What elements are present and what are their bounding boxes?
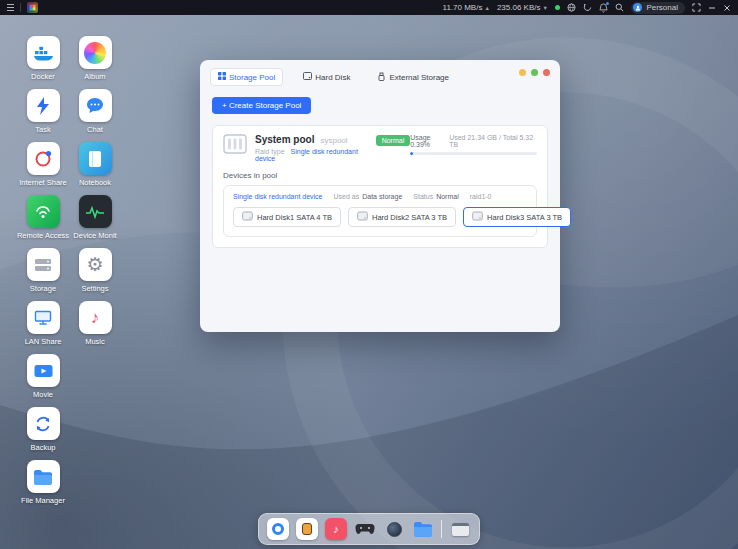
system-logo-icon[interactable] bbox=[27, 2, 38, 13]
app-label: Storage bbox=[30, 284, 56, 293]
tab-external-storage[interactable]: External Storage bbox=[370, 69, 456, 86]
window-minimize-button[interactable] bbox=[519, 69, 526, 76]
window-close-button[interactable] bbox=[543, 69, 550, 76]
disk-icon bbox=[242, 211, 253, 223]
app-device-monitor[interactable]: Device Monit bbox=[69, 195, 121, 248]
storage-window: Storage Pool Hard Disk External Storage bbox=[200, 60, 560, 332]
arrow-up-icon: ▲ bbox=[484, 5, 489, 11]
usage-bar bbox=[410, 152, 537, 155]
raid-type-label: Raid type bbox=[255, 148, 285, 155]
window-body: + Create Storage Pool System pool syspoo… bbox=[200, 91, 560, 258]
tab-storage-pool[interactable]: Storage Pool bbox=[210, 68, 283, 86]
app-label: Settings bbox=[81, 284, 108, 293]
app-music[interactable]: ♪ Music bbox=[69, 301, 121, 354]
minimize-icon[interactable] bbox=[708, 4, 716, 12]
sync-icon[interactable] bbox=[583, 3, 592, 12]
tab-label: Hard Disk bbox=[315, 73, 350, 82]
storage-icon bbox=[27, 248, 60, 281]
download-speed-value: 235.06 KB/s bbox=[497, 3, 541, 12]
dock-utility[interactable] bbox=[296, 518, 318, 540]
external-storage-tab-icon bbox=[377, 72, 386, 83]
app-task[interactable]: Task bbox=[17, 89, 69, 142]
app-movie[interactable]: Movie bbox=[17, 354, 69, 407]
usage-percent: Usage 0.39% bbox=[410, 134, 449, 148]
app-docker[interactable]: Docker bbox=[17, 36, 69, 89]
topbar-right: 11.70 MB/s▲ 235.06 KB/s▼ Personal bbox=[443, 2, 731, 14]
status-badge: Normal bbox=[376, 135, 411, 146]
window-maximize-button[interactable] bbox=[531, 69, 538, 76]
app-label: File Manager bbox=[21, 496, 65, 505]
app-label: Task bbox=[35, 125, 50, 134]
status-label: Status bbox=[413, 193, 433, 200]
app-file-manager[interactable]: File Manager bbox=[17, 460, 69, 513]
dock-game[interactable] bbox=[354, 518, 376, 540]
dock-remote-access[interactable] bbox=[267, 518, 289, 540]
create-storage-pool-button[interactable]: + Create Storage Pool bbox=[212, 97, 311, 114]
used-as-value: Data storage bbox=[362, 193, 402, 200]
devices-meta-row: Single disk redundant device Used asData… bbox=[233, 193, 527, 200]
remote-access-icon bbox=[27, 195, 60, 228]
fullscreen-icon[interactable] bbox=[692, 3, 701, 12]
app-chat[interactable]: Chat bbox=[69, 89, 121, 142]
device-monitor-icon bbox=[79, 195, 112, 228]
album-icon bbox=[79, 36, 112, 69]
chat-icon bbox=[79, 89, 112, 122]
user-menu[interactable]: Personal bbox=[631, 2, 685, 14]
task-icon bbox=[27, 89, 60, 122]
bell-icon[interactable] bbox=[599, 3, 608, 13]
notification-dot bbox=[606, 2, 609, 5]
internet-share-icon bbox=[27, 142, 60, 175]
backup-icon bbox=[27, 407, 60, 440]
screen: 11.70 MB/s▲ 235.06 KB/s▼ Personal bbox=[0, 0, 738, 549]
app-notebook[interactable]: Notebook bbox=[69, 142, 121, 195]
usage-block: Usage 0.39% Used 21.34 GB / Total 5.32 T… bbox=[410, 134, 537, 155]
pool-names: System pool syspool Raid type Single dis… bbox=[255, 134, 364, 162]
topbar-left bbox=[7, 2, 38, 13]
search-icon[interactable] bbox=[615, 3, 624, 12]
dock-divider bbox=[441, 520, 442, 538]
desktop: Docker Album Task Chat bbox=[0, 15, 738, 549]
globe-icon[interactable] bbox=[567, 3, 576, 12]
window-header: Storage Pool Hard Disk External Storage bbox=[200, 60, 560, 91]
app-lan-share[interactable]: LAN Share bbox=[17, 301, 69, 354]
tab-hard-disk[interactable]: Hard Disk bbox=[296, 69, 357, 85]
app-label: Album bbox=[84, 72, 105, 81]
dock-camera[interactable] bbox=[383, 518, 405, 540]
menu-icon[interactable] bbox=[7, 4, 14, 11]
usage-bar-fill bbox=[410, 152, 413, 155]
app-backup[interactable]: Backup bbox=[17, 407, 69, 460]
raid-id: raid1-0 bbox=[470, 193, 492, 200]
dock-window-preview[interactable] bbox=[449, 518, 471, 540]
download-speed: 235.06 KB/s▼ bbox=[497, 3, 548, 12]
close-icon[interactable] bbox=[723, 4, 731, 12]
window-controls bbox=[519, 69, 550, 76]
dock-music[interactable]: ♪ bbox=[325, 518, 347, 540]
app-label: Music bbox=[85, 337, 105, 346]
user-name: Personal bbox=[646, 3, 678, 12]
app-remote-access[interactable]: Remote Access bbox=[17, 195, 69, 248]
devices-card: Single disk redundant device Used asData… bbox=[223, 185, 537, 237]
app-label: Backup bbox=[30, 443, 55, 452]
lan-share-icon bbox=[27, 301, 60, 334]
app-internet-share[interactable]: Internet Share bbox=[17, 142, 69, 195]
disk-icon bbox=[357, 211, 368, 223]
upload-speed-value: 11.70 MB/s bbox=[443, 3, 483, 12]
tab-label: Storage Pool bbox=[229, 73, 275, 82]
app-label: Device Monit bbox=[73, 231, 116, 240]
disk-chip-3[interactable]: Hard Disk3 SATA 3 TB bbox=[463, 207, 571, 227]
app-label: Chat bbox=[87, 125, 103, 134]
remote-access-icon bbox=[272, 523, 284, 535]
upload-speed: 11.70 MB/s▲ bbox=[443, 3, 490, 12]
disk-chip-2[interactable]: Hard Disk2 SATA 3 TB bbox=[348, 207, 456, 227]
disk-chip-1[interactable]: Hard Disk1 SATA 4 TB bbox=[233, 207, 341, 227]
music-icon: ♪ bbox=[333, 524, 339, 535]
used-as-label: Used as bbox=[334, 193, 360, 200]
devices-section-title: Devices in pool bbox=[223, 171, 537, 180]
dock-file-manager[interactable] bbox=[412, 518, 434, 540]
app-settings[interactable]: ⚙ Settings bbox=[69, 248, 121, 301]
app-storage[interactable]: Storage bbox=[17, 248, 69, 301]
gamepad-icon bbox=[355, 523, 375, 535]
app-grid: Docker Album Task Chat bbox=[17, 36, 121, 513]
raid-link[interactable]: Single disk redundant device bbox=[233, 193, 323, 200]
app-album[interactable]: Album bbox=[69, 36, 121, 89]
